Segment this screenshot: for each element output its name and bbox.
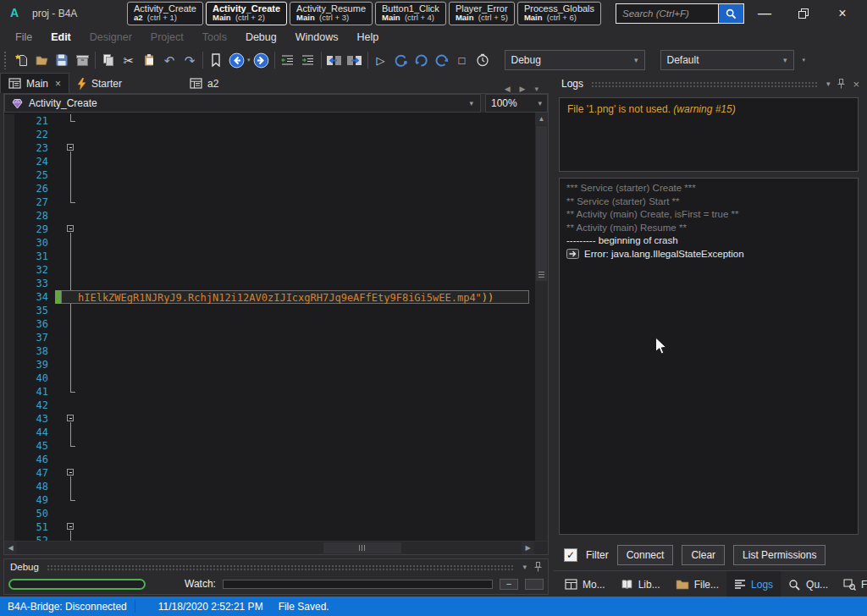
code-line-row[interactable]: 26 xyxy=(4,182,548,195)
bookmark-icon[interactable] xyxy=(206,50,226,70)
open-folder-icon[interactable] xyxy=(31,50,52,70)
code-line-row[interactable]: 37 xyxy=(4,331,548,344)
quick-tab-player-error[interactable]: Player_Error Main (ctrl + 5) xyxy=(449,2,515,25)
breakpoint-margin[interactable] xyxy=(4,168,14,182)
quick-tab-activity-create-main[interactable]: Activity_Create Main (ctrl + 2) xyxy=(206,2,287,25)
indent-increase-icon[interactable] xyxy=(298,50,318,70)
new-file-icon[interactable] xyxy=(11,50,31,70)
indent-decrease-icon[interactable] xyxy=(278,50,298,70)
code-line-row[interactable]: 29 xyxy=(4,223,548,236)
breakpoint-margin[interactable] xyxy=(4,277,14,290)
breakpoint-margin[interactable] xyxy=(4,263,14,277)
code-line-row[interactable]: 22 xyxy=(4,128,548,141)
toolbar-overflow-button[interactable]: ▾ xyxy=(803,57,806,63)
breakpoint-margin[interactable] xyxy=(4,439,14,453)
splitter-grip[interactable] xyxy=(538,272,544,278)
menu-tools[interactable]: Tools xyxy=(193,31,236,43)
breakpoint-margin[interactable] xyxy=(4,223,14,236)
breakpoint-margin[interactable] xyxy=(4,453,14,466)
code-line-row[interactable]: 51 xyxy=(4,520,548,534)
breakpoint-margin[interactable] xyxy=(4,344,14,358)
breakpoint-margin[interactable] xyxy=(4,412,14,426)
breakpoint-margin[interactable] xyxy=(4,304,14,317)
code-line-row[interactable]: 42 xyxy=(4,399,548,412)
breakpoint-margin[interactable] xyxy=(4,426,14,439)
filter-checkbox[interactable]: ✓ xyxy=(564,548,577,562)
undo-icon[interactable]: ↶ xyxy=(159,50,179,70)
watch-extra-button[interactable] xyxy=(525,579,544,590)
code-line-row[interactable]: 46 xyxy=(4,453,548,466)
watch-collapse-button[interactable]: – xyxy=(500,579,518,590)
breakpoint-margin[interactable] xyxy=(4,507,14,520)
code-line-row[interactable]: 40 xyxy=(4,371,548,385)
fold-collapse-icon[interactable] xyxy=(66,520,76,534)
tab-files[interactable]: File... xyxy=(668,571,726,597)
code-line-row[interactable]: 24 xyxy=(4,155,548,168)
breakpoint-margin[interactable] xyxy=(4,290,14,304)
sub-selector[interactable]: Activity_Create ▾ xyxy=(4,94,481,113)
navigate-back-icon[interactable] xyxy=(226,50,246,70)
navigate-forward-icon[interactable] xyxy=(251,50,272,70)
code-line-row[interactable]: 44 xyxy=(4,426,548,439)
code-line-row[interactable]: 39 xyxy=(4,358,548,371)
code-text[interactable]: hIElkZWEgR1NJRyJ9.RchjN12i12AV0zIJIcxgRH… xyxy=(78,291,494,305)
quick-tab-activity-create-a2[interactable]: Activity_Create a2 (ctrl + 1) xyxy=(127,2,203,25)
code-line-row[interactable]: 43 xyxy=(4,412,548,426)
fold-collapse-icon[interactable] xyxy=(66,223,76,236)
horizontal-scrollbar[interactable]: ◀ ▶ xyxy=(4,541,548,554)
tab-modules[interactable]: Mo... xyxy=(557,571,613,597)
scroll-tabs-left-icon[interactable]: ◀ xyxy=(505,85,511,93)
toolbar-grip[interactable] xyxy=(3,51,8,69)
breakpoint-margin[interactable] xyxy=(4,114,14,128)
menu-edit[interactable]: Edit xyxy=(41,31,80,43)
code-line-row[interactable]: 28 xyxy=(4,209,548,223)
step-out-icon[interactable] xyxy=(432,50,452,70)
code-line-row[interactable]: 49 xyxy=(4,493,548,507)
breakpoint-margin[interactable] xyxy=(4,520,14,534)
code-line-row[interactable]: 31 xyxy=(4,250,548,263)
navigate-back-caret[interactable]: ▾ xyxy=(247,57,251,63)
search-input[interactable] xyxy=(616,4,718,23)
close-button[interactable]: × xyxy=(823,0,862,27)
quick-tab-process-globals[interactable]: Process_Globals Main (ctrl + 6) xyxy=(517,2,601,25)
breakpoint-margin[interactable] xyxy=(4,155,14,168)
breakpoint-margin[interactable] xyxy=(4,209,14,223)
logs-panel-header[interactable]: Logs ▾ × xyxy=(554,74,867,93)
breakpoint-margin[interactable] xyxy=(4,128,14,141)
menu-debug[interactable]: Debug xyxy=(236,31,286,43)
minimize-button[interactable]: — xyxy=(745,0,784,27)
code-line-row[interactable]: 27 xyxy=(4,195,548,209)
breakpoint-margin[interactable] xyxy=(4,466,14,480)
log-output-box[interactable]: *** Service (starter) Create *** ** Serv… xyxy=(559,178,859,535)
scroll-tabs-right-icon[interactable]: ▶ xyxy=(520,85,526,93)
code-line-row[interactable]: 35 xyxy=(4,304,548,317)
pin-icon[interactable] xyxy=(534,562,542,572)
step-into-icon[interactable] xyxy=(391,50,411,70)
warnings-box[interactable]: File '1.png' is not used. (warning #15) xyxy=(559,97,859,172)
code-line-row[interactable]: 36 xyxy=(4,317,548,331)
breakpoint-margin[interactable] xyxy=(4,399,14,412)
run-icon[interactable]: ▷ xyxy=(371,50,391,70)
chevron-down-icon[interactable]: ▾ xyxy=(522,563,527,571)
code-line-row[interactable]: 21 xyxy=(4,114,548,128)
chevron-down-icon[interactable]: ▾ xyxy=(826,80,831,88)
breakpoint-margin[interactable] xyxy=(4,331,14,344)
code-line-row[interactable]: 25 xyxy=(4,168,548,182)
restore-button[interactable] xyxy=(784,0,823,27)
vertical-scrollbar[interactable]: ▲ xyxy=(535,113,548,541)
save-icon[interactable] xyxy=(52,50,72,70)
tab-list-icon[interactable]: ▾ xyxy=(534,85,538,93)
step-over-icon[interactable] xyxy=(411,50,432,70)
breakpoint-margin[interactable] xyxy=(4,534,14,541)
code-line-row[interactable]: 38 xyxy=(4,344,548,358)
code-line-row[interactable]: 48 xyxy=(4,480,548,493)
tab-main[interactable]: Main × xyxy=(0,73,69,93)
clear-button[interactable]: Clear xyxy=(682,545,725,565)
quick-tab-activity-resume[interactable]: Activity_Resume Main (ctrl + 3) xyxy=(290,2,373,25)
code-line-row[interactable]: 52 xyxy=(4,534,548,541)
close-panel-icon[interactable]: × xyxy=(853,78,859,91)
debug-mode-select[interactable]: Debug ▾ xyxy=(505,50,645,70)
fold-collapse-icon[interactable] xyxy=(66,141,76,155)
code-line-row[interactable]: 32 xyxy=(4,263,548,277)
breakpoint-margin[interactable] xyxy=(4,493,14,507)
